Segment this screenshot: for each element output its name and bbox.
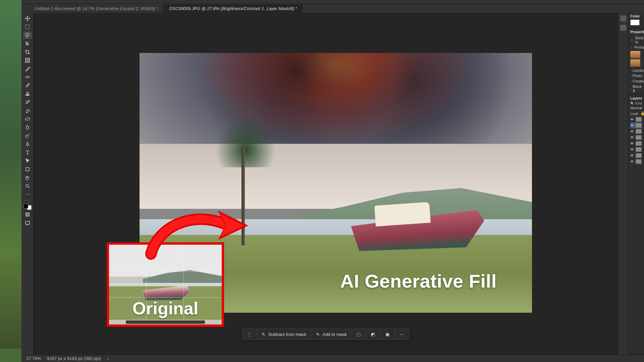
chevron-right-icon: › (630, 87, 631, 90)
right-panel-group: Color Properties ←Back to ⌄Portrait ›Lan… (628, 13, 644, 355)
preset-group-landscape[interactable]: ›Landscape (630, 68, 642, 73)
eraser-tool[interactable] (23, 107, 32, 114)
subtract-icon: ✎ (262, 332, 266, 337)
layer-row[interactable]: 👁 (630, 134, 642, 140)
preset-thumb[interactable] (630, 59, 640, 67)
gradient-tool[interactable] (23, 115, 32, 123)
orig-context-bar (126, 320, 205, 324)
frame-tool[interactable] (23, 57, 32, 64)
svg-point-5 (25, 135, 28, 138)
visibility-toggle-icon[interactable]: 👁 (630, 117, 634, 121)
document-tab-2[interactable]: DSC00009.JPG @ 27.8% (Brightness/Contras… (164, 4, 303, 13)
back-label: Back to (635, 36, 643, 44)
move-tool[interactable] (23, 15, 32, 22)
layer-row[interactable]: 👁 (630, 128, 642, 134)
overlay-title-text: AI Generative Fill (340, 270, 497, 292)
group-label: Black & (633, 84, 642, 93)
visibility-toggle-icon[interactable]: 👁 (630, 135, 634, 139)
layer-row[interactable]: 👁 (630, 146, 642, 153)
collapsed-panel-dock (618, 13, 628, 355)
layer-row[interactable]: 👁 (630, 140, 642, 146)
kind-label: Kind (635, 102, 642, 105)
lock-row[interactable]: Lock:🔒 (630, 111, 642, 116)
properties-panel[interactable]: Properties ←Back to ⌄Portrait ›Landscape… (628, 28, 644, 95)
group-label: Landscape (633, 68, 644, 72)
visibility-toggle-icon[interactable]: 👁 (630, 147, 634, 152)
preset-group-creative[interactable]: ›Creative (630, 78, 642, 84)
eyedropper-tool[interactable] (23, 65, 32, 72)
preset-group-bw[interactable]: ›Black & (630, 84, 642, 93)
color-panel[interactable]: Color (628, 13, 644, 28)
ctx-more-button[interactable]: ⋯ (395, 329, 409, 340)
stamp-tool[interactable] (23, 90, 32, 98)
layer-filter-kind[interactable]: 🔍Kind (630, 102, 642, 105)
svg-point-9 (26, 214, 29, 216)
marquee-tool[interactable] (23, 23, 32, 31)
blur-tool[interactable] (23, 124, 32, 131)
add-label: Add to mask (323, 332, 347, 337)
layer-thumb (636, 147, 642, 152)
layer-row[interactable]: 👁 (630, 153, 642, 159)
quick-mask-toggle[interactable] (23, 211, 32, 218)
color-panel-title: Color (630, 14, 642, 18)
visibility-toggle-icon[interactable]: 👁 (630, 123, 634, 127)
foreground-color-swatch[interactable] (23, 204, 28, 208)
canvas-viewport[interactable]: AI Generative Fill Original (34, 13, 618, 355)
lasso-tool[interactable] (23, 32, 32, 39)
ctx-drag-handle[interactable]: ⋮ (243, 329, 257, 340)
preset-group-portrait[interactable]: ⌄Portrait (630, 45, 642, 50)
options-bar[interactable] (21, 0, 644, 4)
dodge-tool[interactable] (23, 132, 32, 139)
visibility-toggle-icon[interactable]: 👁 (630, 154, 634, 158)
zoom-percentage[interactable]: 27.79% (26, 356, 41, 361)
ctx-action-3[interactable]: ▣ (381, 329, 395, 340)
collapsed-panel-icon[interactable] (620, 15, 626, 21)
blend-mode-select[interactable]: Normal (630, 105, 642, 111)
hand-tool[interactable] (23, 174, 32, 181)
grip-icon: ⋮ (247, 332, 252, 337)
quick-select-tool[interactable] (23, 40, 32, 47)
pen-tool[interactable] (23, 140, 32, 148)
foreground-background-colors[interactable] (23, 204, 32, 210)
svg-point-1 (26, 33, 29, 36)
shape-tool[interactable] (23, 166, 32, 173)
path-select-tool[interactable] (23, 157, 32, 165)
tool-divider (24, 200, 31, 200)
collapsed-panel-icon[interactable] (620, 25, 626, 31)
add-to-mask-button[interactable]: ✎ Add to mask (311, 329, 352, 340)
zoom-tool[interactable] (23, 182, 32, 190)
chevron-right-icon: › (630, 79, 631, 83)
layers-panel-title: Layers (630, 96, 642, 100)
layer-row[interactable]: 👁 (630, 116, 642, 122)
visibility-toggle-icon[interactable]: 👁 (630, 141, 634, 145)
layer-row[interactable]: 👁 (630, 159, 642, 165)
preset-thumb[interactable] (630, 51, 640, 58)
ellipsis-icon: ⋯ (400, 332, 404, 337)
back-button[interactable]: ←Back to (630, 35, 642, 45)
orig-grid-line (109, 271, 222, 272)
visibility-toggle-icon[interactable]: 👁 (630, 129, 634, 133)
ctx-action-1[interactable]: ▢ (352, 329, 366, 340)
layer-row[interactable]: 👁 (630, 122, 642, 128)
blend-label: Normal (630, 106, 642, 110)
type-tool[interactable] (23, 149, 32, 156)
document-dimensions: 9287 px x 6183 px (360 ppi) (47, 356, 101, 361)
status-chevron-icon[interactable]: › (107, 356, 108, 361)
layers-panel[interactable]: Layers 🔍Kind Normal Lock:🔒 👁 👁 👁 👁 👁 👁 👁… (628, 95, 644, 355)
properties-panel-title: Properties (630, 30, 642, 34)
visibility-toggle-icon[interactable]: 👁 (630, 160, 634, 164)
screen-mode-toggle[interactable] (23, 219, 32, 227)
crop-tool[interactable] (23, 48, 32, 56)
ctx-action-2[interactable]: ◩ (366, 329, 381, 340)
group-label: Photo (633, 74, 642, 78)
brush-tool[interactable] (23, 82, 32, 89)
healing-tool[interactable] (23, 73, 32, 81)
color-picker-swatch[interactable] (630, 19, 640, 25)
document-tab-1[interactable]: Untitled-1-Recovered @ 16.7% (Generative… (29, 4, 164, 13)
history-brush-tool[interactable] (23, 99, 32, 106)
more-tools[interactable]: ⋯ (23, 191, 32, 198)
svg-rect-10 (25, 221, 30, 224)
status-bar: 27.79% 9287 px x 6183 px (360 ppi) › (21, 355, 644, 362)
preset-group-photo[interactable]: ›Photo (630, 73, 642, 78)
subtract-from-mask-button[interactable]: ✎ Subtract from mask (257, 329, 311, 340)
